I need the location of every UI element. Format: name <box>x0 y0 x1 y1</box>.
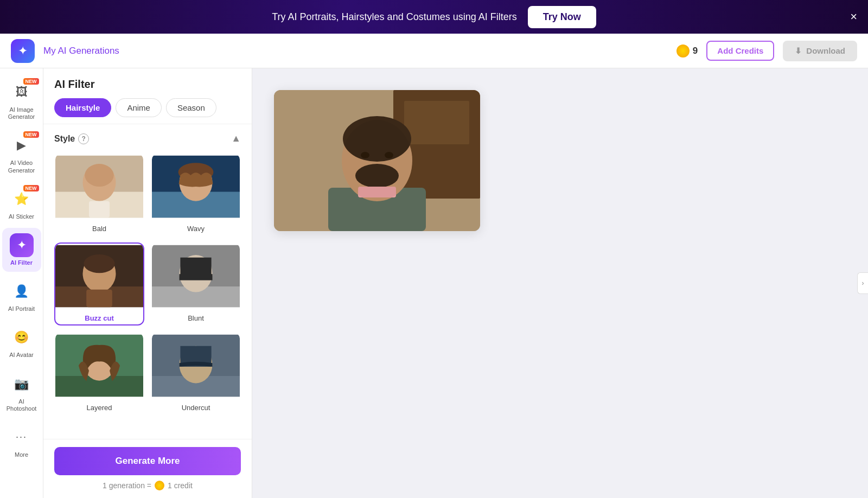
sidebar-item-label: AI Photoshoot <box>7 398 37 412</box>
style-card-bald-image <box>55 154 143 219</box>
ai-filter-icon: ✦ <box>10 233 34 257</box>
header: ✦ My AI Generations 9 Add Credits ⬇ Down… <box>0 34 868 68</box>
add-credits-button[interactable]: Add Credits <box>706 41 774 61</box>
tab-hairstyle[interactable]: Hairstyle <box>54 98 111 117</box>
ai-portrait-icon: 👤 <box>10 279 34 303</box>
svg-rect-29 <box>404 101 469 144</box>
credit-info-text-before: 1 generation = <box>103 481 151 490</box>
svg-point-12 <box>84 254 114 273</box>
sidebar-item-label: AI Video Generator <box>7 159 37 174</box>
coin-icon <box>676 44 690 58</box>
sidebar-item-ai-sticker[interactable]: ⭐ AI Sticker NEW <box>2 182 41 226</box>
style-label: Style ? <box>54 133 89 144</box>
style-card-buzz-cut-image <box>55 244 143 309</box>
credit-info-text-after: 1 credit <box>168 481 193 490</box>
style-section-header: Style ? ▲ <box>54 133 241 144</box>
svg-rect-4 <box>89 201 110 218</box>
new-badge: NEW <box>23 78 39 85</box>
style-card-undercut-image <box>152 333 240 398</box>
main-portrait-image <box>274 90 480 231</box>
app-logo: ✦ <box>11 39 35 63</box>
svg-rect-17 <box>180 258 211 275</box>
svg-point-38 <box>342 120 412 201</box>
style-card-label-undercut: Undercut <box>152 400 240 414</box>
download-icon: ⬇ <box>795 46 802 56</box>
sidebar-item-more[interactable]: ··· More <box>2 420 41 464</box>
ai-avatar-icon: 😊 <box>10 325 34 349</box>
sidebar-item-label: AI Portrait <box>8 305 35 312</box>
top-banner: Try AI Portraits, Hairstyles and Costume… <box>0 0 868 34</box>
tab-anime[interactable]: Anime <box>116 98 162 117</box>
style-card-label-buzz-cut: Buzz cut <box>55 311 143 324</box>
close-banner-button[interactable]: × <box>850 10 857 24</box>
style-card-blunt[interactable]: Blunt <box>151 242 241 325</box>
credits-display: 9 <box>676 44 698 58</box>
sidebar-item-ai-video-generator[interactable]: ▶ AI Video Generator NEW <box>2 128 41 179</box>
collapse-side-button[interactable]: › <box>857 272 868 294</box>
main-content: 🖼 AI Image Generator NEW ▶ AI Video Gene… <box>0 68 868 498</box>
style-card-blunt-image <box>152 244 240 309</box>
svg-rect-13 <box>86 290 112 307</box>
style-card-label-layered: Layered <box>55 400 143 414</box>
mini-coin-icon <box>155 481 164 490</box>
help-icon[interactable]: ? <box>78 133 89 144</box>
sidebar-item-ai-avatar[interactable]: 😊 AI Avatar <box>2 320 41 364</box>
banner-text: Try AI Portraits, Hairstyles and Costume… <box>272 11 516 23</box>
my-generations-button[interactable]: My AI Generations <box>43 46 119 56</box>
sidebar-item-label: AI Filter <box>10 259 33 266</box>
credit-info: 1 generation = 1 credit <box>54 481 241 490</box>
sidebar-item-ai-filter[interactable]: ✦ AI Filter <box>2 228 41 272</box>
sidebar-item-label: AI Sticker <box>9 213 34 220</box>
style-card-label-wavy: Wavy <box>152 221 240 235</box>
filter-body: Style ? ▲ Bald <box>43 124 252 439</box>
style-card-bald[interactable]: Bald <box>54 153 144 236</box>
sidebar-item-label: More <box>15 451 28 458</box>
style-card-wavy[interactable]: Wavy <box>151 153 241 236</box>
style-card-layered-image <box>55 333 143 398</box>
new-badge: NEW <box>23 185 39 191</box>
style-label-text: Style <box>54 134 75 144</box>
style-card-buzz-cut[interactable]: Buzz cut <box>54 242 144 325</box>
sidebar-item-ai-photoshoot[interactable]: 📷 AI Photoshoot <box>2 367 41 418</box>
style-card-label-blunt: Blunt <box>152 311 240 324</box>
logo-icon: ✦ <box>18 44 28 58</box>
more-icon: ··· <box>10 425 34 449</box>
sidebar-item-label: AI Image Generator <box>7 106 37 120</box>
sidebar-item-ai-image-generator[interactable]: 🖼 AI Image Generator NEW <box>2 75 41 126</box>
try-now-button[interactable]: Try Now <box>528 6 596 28</box>
filter-tabs: Hairstyle Anime Season <box>54 98 241 117</box>
sidebar-item-label: AI Avatar <box>9 352 33 359</box>
collapse-section-button[interactable]: ▲ <box>231 133 241 144</box>
filter-title: AI Filter <box>54 78 241 91</box>
main-image-container <box>274 90 480 231</box>
svg-rect-18 <box>180 274 213 280</box>
style-card-wavy-image <box>152 154 240 219</box>
canvas-area: › <box>252 68 868 498</box>
style-grid: Bald Wavy <box>54 153 241 415</box>
ai-photoshoot-icon: 📷 <box>10 372 34 396</box>
credits-count: 9 <box>693 46 698 56</box>
svg-point-3 <box>85 164 113 187</box>
icon-sidebar: 🖼 AI Image Generator NEW ▶ AI Video Gene… <box>0 68 43 498</box>
filter-header: AI Filter Hairstyle Anime Season <box>43 68 252 124</box>
tab-season[interactable]: Season <box>166 98 216 117</box>
filter-panel: AI Filter Hairstyle Anime Season Style ?… <box>43 68 252 498</box>
download-button[interactable]: ⬇ Download <box>783 41 857 61</box>
download-label: Download <box>806 46 845 55</box>
style-card-undercut[interactable]: Undercut <box>151 332 241 415</box>
generate-footer: Generate More 1 generation = 1 credit <box>43 439 252 498</box>
style-card-layered[interactable]: Layered <box>54 332 144 415</box>
generate-more-button[interactable]: Generate More <box>54 447 241 475</box>
sidebar-item-ai-portrait[interactable]: 👤 AI Portrait <box>2 274 41 318</box>
new-badge: NEW <box>23 131 39 138</box>
help-question-mark: ? <box>82 135 86 143</box>
collapse-side-icon: › <box>862 279 864 287</box>
style-card-label-bald: Bald <box>55 221 143 235</box>
